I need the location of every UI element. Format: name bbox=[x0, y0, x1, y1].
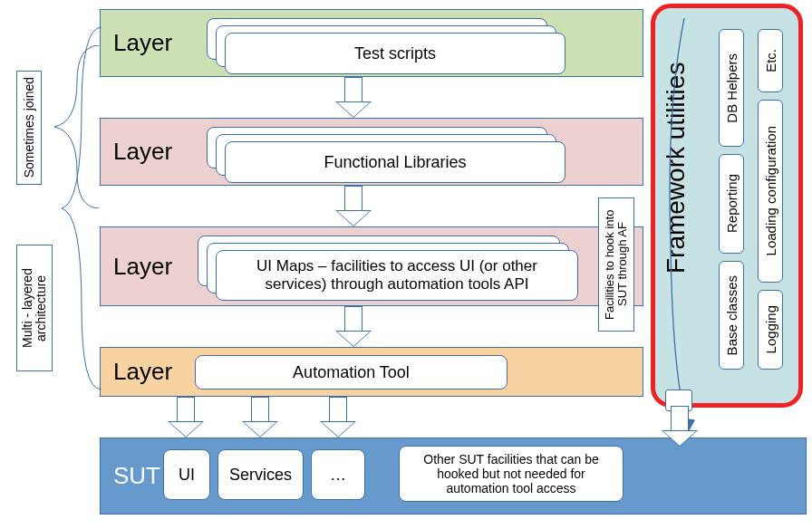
sut-label: SUT bbox=[113, 462, 160, 490]
layer-2-content-text: Functional Libraries bbox=[324, 153, 466, 172]
arrow-sut-3 bbox=[320, 397, 356, 438]
sut-note: Other SUT facilities that can be hooked … bbox=[399, 446, 624, 502]
arrow-sut-2 bbox=[242, 397, 278, 438]
layer-4-content-text: Automation Tool bbox=[293, 363, 410, 382]
layer-2-content: Functional Libraries bbox=[225, 141, 566, 183]
layer-3-label: Layer bbox=[113, 253, 172, 281]
layer-1-content: Test scripts bbox=[225, 33, 566, 74]
arrow-1 bbox=[335, 77, 372, 118]
layer-4-label: Layer bbox=[113, 358, 172, 386]
annot-hook: Facilities to hook into SUT through AF bbox=[598, 197, 634, 332]
fw-util-etc: Etc. bbox=[758, 29, 783, 92]
sut-box-ui: UI bbox=[163, 449, 210, 500]
layer-3-content: UI Maps – facilities to access UI (or ot… bbox=[216, 250, 578, 301]
layer-1-content-text: Test scripts bbox=[354, 44, 436, 63]
arrow-2 bbox=[335, 186, 372, 226]
annot-multi-layered: Multi - layered architecture bbox=[16, 245, 53, 371]
layer-1-label: Layer bbox=[113, 29, 172, 57]
fw-util-logging: Logging bbox=[758, 290, 783, 370]
fw-util-loadingconfig: Loading configuration bbox=[758, 100, 783, 283]
arrow-3 bbox=[335, 306, 372, 347]
curved-arrow-fw-to-sut bbox=[662, 18, 716, 444]
sut-box-services: Services bbox=[218, 449, 304, 500]
fw-util-baseclasses: Base classes bbox=[719, 261, 744, 370]
layer-3-content-text: UI Maps – facilities to access UI (or ot… bbox=[226, 257, 568, 293]
fw-util-dbhelpers: DB Helpers bbox=[719, 29, 744, 147]
arrow-sut-1 bbox=[168, 397, 204, 438]
layer-4-content: Automation Tool bbox=[195, 355, 508, 390]
annot-sometimes-joined: Sometimes joined bbox=[16, 71, 42, 185]
layer-2-label: Layer bbox=[113, 138, 172, 166]
fw-util-reporting: Reporting bbox=[719, 154, 744, 254]
sut-box-etc: … bbox=[311, 449, 365, 500]
arrow-sut-fw bbox=[662, 406, 698, 447]
bracket-multi bbox=[54, 27, 102, 390]
